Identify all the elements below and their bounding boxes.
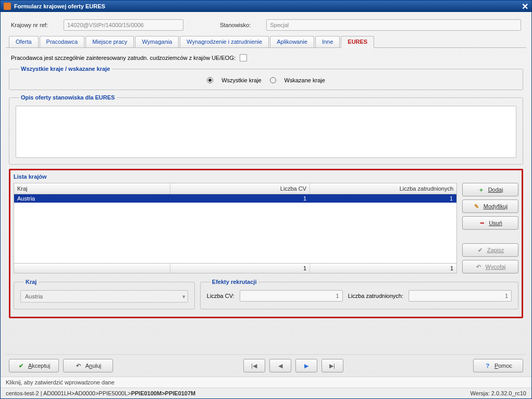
eff-cv-field: 1	[240, 290, 343, 302]
undo-icon: ↶	[475, 263, 482, 270]
window-title: Formularz krajowej oferty EURES	[14, 3, 105, 9]
cell-cv: 1	[170, 194, 310, 203]
edit-label: Modyfikuj	[484, 203, 508, 209]
radio-sel-label: Wskazane kraje	[284, 77, 325, 83]
tab-wymagania[interactable]: Wymagania	[135, 36, 179, 47]
status-bar: centos-test-2 | AD0001LH>AD0000>PPIE5000…	[1, 388, 531, 398]
table-row[interactable]: Austria 1 1	[14, 194, 456, 203]
save-button[interactable]: ✔ Zapisz	[462, 243, 518, 257]
interest-label: Pracodawca jest szczególnie zainteresowa…	[11, 55, 236, 61]
help-button[interactable]: ? Pomoc	[473, 359, 523, 372]
tab-wynagrodzenie[interactable]: Wynagrodzenie i zatrudnienie	[180, 36, 269, 47]
accept-button[interactable]: ✔ Akceptuj	[9, 359, 59, 372]
desc-legend: Opis oferty stanowiska dla EURES	[19, 94, 117, 101]
radio-selected-countries[interactable]	[270, 77, 276, 83]
desc-textarea[interactable]	[16, 106, 516, 158]
grid-footer: 1 1	[14, 263, 456, 273]
undo-icon: ↶	[75, 362, 82, 369]
tab-oferta[interactable]: Oferta	[9, 36, 39, 47]
check-icon: ✔	[477, 246, 484, 254]
cell-kraj: Austria	[14, 194, 170, 203]
del-label: Usuń	[489, 220, 502, 226]
minus-icon: ━	[478, 219, 486, 227]
kraj-fieldset: Kraj Austria ▾	[14, 279, 195, 309]
interest-checkbox[interactable]	[240, 54, 247, 61]
withdraw-button[interactable]: ↶ Wycofaj	[462, 260, 518, 273]
countries-mode-legend: Wszystkie kraje / wskazane kraje	[19, 66, 112, 72]
eff-zat-label: Liczba zatrudnionych:	[348, 293, 403, 299]
withdraw-label: Wycofaj	[485, 264, 505, 270]
radio-all-countries[interactable]	[207, 77, 213, 83]
tab-pracodawca[interactable]: Pracodawca	[40, 36, 85, 47]
cell-zat: 1	[310, 194, 456, 203]
foot-zat: 1	[310, 264, 456, 273]
nav-last-button[interactable]: ▶|	[321, 359, 343, 372]
header-row: Krajowy nr ref: 14020@VStPr/14000/15/000…	[6, 16, 526, 36]
country-list-title: Lista krajów	[14, 173, 518, 180]
interest-row: Pracodawca jest szczególnie zainteresowa…	[9, 52, 523, 66]
pos-field: Specjal	[266, 19, 521, 31]
nav-first-button[interactable]: |◀	[243, 359, 265, 372]
accept-label: kceptuj	[32, 363, 50, 369]
chevron-down-icon: ▾	[182, 293, 185, 300]
tab-miejsce-pracy[interactable]: Miejsce pracy	[85, 36, 134, 47]
action-bar: ✔ Akceptuj ↶ Anuluj |◀ ◀ ▶ ▶| ? Pomoc	[6, 354, 526, 377]
tab-content-eures: Pracodawca jest szczególnie zainteresowa…	[6, 48, 526, 354]
tab-inne[interactable]: Inne	[315, 36, 340, 47]
col-kraj[interactable]: Kraj	[14, 183, 170, 194]
add-label: Dodaj	[488, 186, 503, 193]
tab-eures[interactable]: EURES	[341, 36, 374, 48]
close-icon[interactable]: ✕	[522, 2, 528, 11]
app-window: Formularz krajowej oferty EURES ✕ Krajow…	[0, 0, 532, 399]
kraj-select[interactable]: Austria ▾	[20, 290, 188, 303]
pos-label: Stanowisko:	[220, 22, 251, 28]
eff-zat-field: 1	[409, 290, 512, 302]
nav-prev-button[interactable]: ◀	[269, 359, 291, 372]
check-icon: ✔	[18, 362, 25, 369]
country-list-panel: Lista krajów Kraj Liczba CV Liczba zatru…	[9, 169, 523, 318]
edit-button[interactable]: ✎ Modyfikuj	[462, 200, 518, 213]
effects-legend: Efekty rekrutacji	[210, 279, 259, 285]
tab-aplikowanie[interactable]: Aplikowanie	[270, 36, 314, 47]
eff-cv-label: Liczba CV:	[207, 293, 234, 299]
effects-fieldset: Efekty rekrutacji Liczba CV: 1 Liczba za…	[200, 279, 518, 309]
col-zat[interactable]: Liczba zatrudnionych	[310, 183, 456, 194]
nav-next-button[interactable]: ▶	[295, 359, 317, 372]
desc-fieldset: Opis oferty stanowiska dla EURES	[9, 94, 523, 165]
grid-header: Kraj Liczba CV Liczba zatrudnionych	[14, 183, 456, 194]
add-button[interactable]: ＋ Dodaj	[462, 183, 518, 196]
grid-buttons: ＋ Dodaj ✎ Modyfikuj ━ Usuń	[462, 183, 518, 273]
foot-cv: 1	[170, 264, 310, 273]
countries-mode-fieldset: Wszystkie kraje / wskazane kraje Wszystk…	[9, 66, 523, 90]
kraj-legend: Kraj	[23, 279, 39, 285]
radio-all-label: Wszystkie kraje	[221, 77, 261, 83]
save-label: Zapisz	[487, 247, 504, 253]
help-icon: ?	[484, 362, 491, 369]
tooltip-bar: Kliknij, aby zatwierdzić wprowadzone dan…	[1, 377, 531, 388]
app-icon	[4, 3, 11, 10]
pencil-icon: ✎	[473, 203, 480, 210]
ref-label: Krajowy nr ref:	[11, 22, 48, 28]
ref-field: 14020@VStPr/14000/15/0006	[64, 19, 183, 31]
country-grid[interactable]: Kraj Liczba CV Liczba zatrudnionych Aust…	[14, 183, 457, 273]
delete-button[interactable]: ━ Usuń	[462, 216, 518, 230]
status-version: Wersja: 2.0.32.0_rc10	[471, 390, 526, 396]
tab-bar: Oferta Pracodawca Miejsce pracy Wymagani…	[6, 36, 526, 48]
status-path: centos-test-2 | AD0001LH>AD0000>PPIE5000…	[6, 390, 195, 396]
kraj-value: Austria	[25, 293, 43, 300]
cancel-button[interactable]: ↶ Anuluj	[63, 359, 113, 372]
col-cv[interactable]: Liczba CV	[170, 183, 310, 194]
plus-icon: ＋	[478, 186, 485, 193]
title-bar: Formularz krajowej oferty EURES ✕	[1, 1, 531, 12]
body: Krajowy nr ref: 14020@VStPr/14000/15/000…	[1, 12, 531, 377]
